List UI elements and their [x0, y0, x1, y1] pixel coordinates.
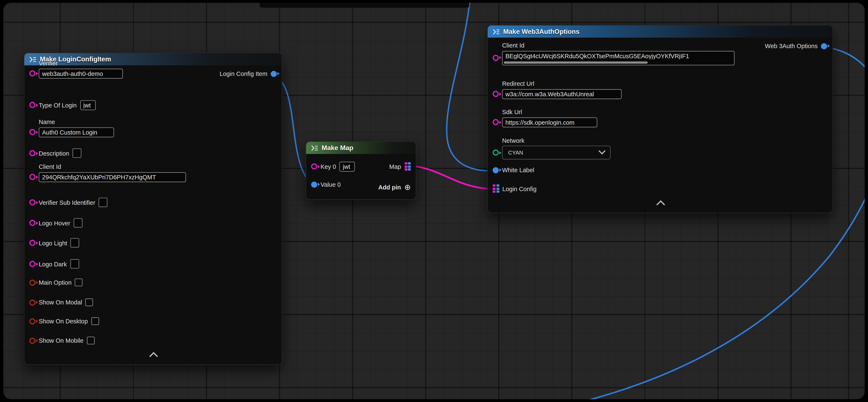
client-id-pin[interactable]	[29, 174, 35, 180]
login-config-pin[interactable]	[493, 184, 499, 193]
logo-hover-label: Logo Hover	[39, 220, 70, 226]
logo-dark-label: Logo Dark	[39, 260, 67, 267]
network-dropdown[interactable]: CYAN	[502, 146, 611, 160]
collapse-chevron-icon[interactable]	[149, 352, 158, 361]
key0-input[interactable]	[339, 162, 355, 172]
main-option-checkbox[interactable]	[75, 279, 83, 286]
pin-row-show-on-mobile: Show On Mobile	[29, 337, 277, 344]
verifier-sub-identifier-pin[interactable]	[29, 199, 35, 205]
pin-row-main-option: Main Option	[29, 279, 277, 286]
network-label: Network	[502, 137, 611, 144]
white-label-pin[interactable]	[493, 167, 499, 173]
pin-row-type-of-login: Type Of Login	[29, 100, 277, 110]
login-config-item-output-pin[interactable]	[271, 70, 277, 77]
show-on-modal-label: Show On Modal	[39, 299, 82, 306]
wire-map-to-loginconfig[interactable]	[407, 166, 494, 189]
verifier-sub-identifier-label: Verifier Sub Identifier	[39, 199, 95, 206]
verifier-sub-identifier-input[interactable]	[98, 198, 107, 207]
value0-label: Value 0	[320, 181, 341, 188]
node-make-loginconfigitem[interactable]: Make LoginConfigItem Verifier Login Conf…	[24, 53, 282, 365]
logo-light-label: Logo Light	[39, 239, 67, 246]
network-selected-value: CYAN	[508, 149, 523, 155]
name-pin[interactable]	[29, 129, 35, 135]
node-make-map[interactable]: Make Map Key 0 Map Value 0 Add pin	[306, 141, 416, 200]
output-map: Map	[389, 162, 411, 171]
logo-hover-input[interactable]	[73, 218, 82, 228]
output-label: Web 3Auth Options	[765, 43, 817, 50]
horizontal-scrollbar[interactable]	[504, 61, 648, 63]
plus-circle-icon	[404, 182, 411, 192]
output-label: Login Config Item	[220, 70, 268, 77]
node-title: Make Web3AuthOptions	[503, 28, 579, 35]
logo-hover-pin[interactable]	[29, 220, 35, 226]
logo-light-pin[interactable]	[29, 240, 35, 246]
show-on-desktop-pin[interactable]	[29, 318, 35, 324]
output-web3auth-options: Web 3Auth Options	[765, 43, 827, 50]
verifier-input[interactable]	[39, 69, 123, 79]
pin-row-sdk-url: Sdk Url	[493, 109, 828, 127]
type-of-login-label: Type Of Login	[39, 102, 77, 108]
description-label: Description	[39, 150, 69, 156]
client-id-pin[interactable]	[493, 54, 499, 61]
show-on-modal-checkbox[interactable]	[86, 298, 93, 306]
blueprint-editor: Make LoginConfigItem Verifier Login Conf…	[0, 0, 868, 402]
client-id-label: Client Id	[502, 42, 735, 49]
key0-pin[interactable]	[311, 163, 317, 169]
show-on-mobile-label: Show On Mobile	[39, 337, 84, 344]
chevron-down-icon	[598, 147, 606, 154]
blueprint-canvas[interactable]: Make LoginConfigItem Verifier Login Conf…	[3, 3, 865, 399]
show-on-mobile-checkbox[interactable]	[87, 337, 95, 344]
node-make-web3authoptions[interactable]: Make Web3AuthOptions Client Id Web 3Auth…	[487, 25, 833, 213]
name-label: Name	[39, 119, 114, 125]
map-output-label: Map	[389, 163, 401, 170]
network-pin[interactable]	[493, 149, 499, 155]
white-label-label: White Label	[502, 167, 534, 173]
main-option-pin[interactable]	[29, 280, 35, 286]
node-header[interactable]: Make Map	[306, 142, 416, 154]
value0-pin[interactable]	[311, 181, 317, 188]
verifier-pin[interactable]	[29, 70, 35, 76]
wire-top-to-whitelabel[interactable]	[446, 3, 494, 171]
client-id-label: Client Id	[39, 163, 186, 170]
logo-dark-input[interactable]	[70, 259, 79, 269]
client-id-input[interactable]	[39, 172, 186, 182]
make-struct-icon	[493, 29, 500, 35]
pin-row-description: Description	[29, 148, 277, 158]
logo-dark-pin[interactable]	[29, 261, 35, 267]
login-config-label: Login Config	[502, 185, 536, 192]
pin-row-client-id: Client Id	[29, 163, 277, 182]
make-container-icon	[311, 145, 318, 151]
pin-row-logo-light: Logo Light	[29, 238, 277, 248]
description-input[interactable]	[72, 148, 81, 158]
pin-row-show-on-modal: Show On Modal	[29, 298, 277, 306]
pin-row-white-label: White Label	[493, 167, 828, 173]
node-header[interactable]: Make Web3AuthOptions	[488, 25, 833, 38]
show-on-modal-pin[interactable]	[29, 299, 35, 305]
show-on-desktop-label: Show On Desktop	[39, 318, 88, 325]
pin-row-network: Network CYAN	[493, 137, 828, 160]
type-of-login-pin[interactable]	[29, 102, 35, 108]
description-pin[interactable]	[29, 150, 35, 156]
add-pin-label: Add pin	[378, 184, 401, 191]
pin-row-redirect-url: Redirect Url	[493, 80, 828, 99]
logo-light-input[interactable]	[70, 238, 80, 248]
offscreen-node-edge[interactable]	[259, 3, 469, 8]
collapse-chevron-icon[interactable]	[656, 200, 665, 209]
map-output-pin[interactable]	[404, 162, 411, 171]
node-title: Make Map	[321, 144, 353, 152]
web3auth-options-output-pin[interactable]	[821, 43, 827, 49]
pin-row-name: Name	[29, 119, 277, 138]
pin-row-verifier-sub-identifier: Verifier Sub Identifier	[29, 198, 277, 207]
show-on-desktop-checkbox[interactable]	[91, 317, 99, 325]
redirect-url-pin[interactable]	[493, 91, 499, 97]
redirect-url-input[interactable]	[502, 89, 622, 99]
pin-row-login-config: Login Config	[493, 184, 828, 193]
show-on-mobile-pin[interactable]	[29, 338, 35, 344]
type-of-login-input[interactable]	[80, 100, 96, 110]
name-input[interactable]	[39, 127, 114, 137]
sdk-url-input[interactable]	[502, 117, 597, 127]
sdk-url-pin[interactable]	[493, 119, 499, 125]
key0-label: Key 0	[320, 163, 336, 170]
redirect-url-label: Redirect Url	[502, 80, 622, 87]
add-pin-button[interactable]: Add pin	[378, 182, 411, 192]
